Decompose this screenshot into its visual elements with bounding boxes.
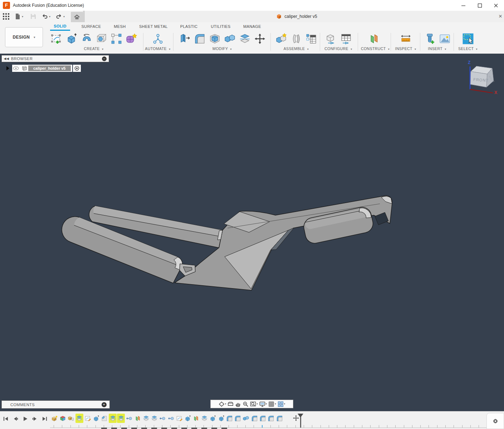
group-label[interactable]: CONSTRUCT ▾: [361, 46, 387, 51]
create-form-tool-button[interactable]: [124, 31, 138, 46]
browser-root-item[interactable]: caliper_holder v5: [6, 65, 81, 72]
minimize-panel-icon[interactable]: −: [102, 56, 107, 61]
configuration-table-tool-button[interactable]: [339, 31, 353, 46]
extrude-tool-button[interactable]: [64, 31, 78, 46]
timeline-feature-split[interactable]: [142, 414, 150, 423]
timeline-feature-extrude[interactable]: [184, 414, 192, 423]
timeline-feature-extrude[interactable]: [217, 414, 225, 423]
group-label[interactable]: INSERT ▾: [422, 46, 452, 51]
play-button[interactable]: [22, 416, 28, 422]
group-label[interactable]: ASSEMBLE ▾: [274, 46, 319, 51]
split-tool-button[interactable]: [238, 31, 252, 46]
timeline-feature-combine[interactable]: [242, 414, 250, 423]
display-settings-button[interactable]: ▾: [259, 401, 267, 407]
group-label[interactable]: SELECT ▾: [455, 46, 481, 51]
dropdown-caret-icon[interactable]: ▾: [256, 403, 258, 405]
activate-radio-icon[interactable]: [73, 65, 81, 72]
timeline-feature-sketch[interactable]: [84, 414, 92, 423]
look-at-button[interactable]: [227, 401, 234, 407]
tab-utilities[interactable]: UTILITIES: [210, 22, 232, 31]
dropdown-caret-icon[interactable]: ▾: [49, 15, 50, 18]
timeline-feature-construction-plane[interactable]: [192, 414, 200, 423]
timeline-feature-fillet[interactable]: [275, 414, 283, 423]
qat-save-button[interactable]: [30, 12, 36, 21]
tab-surface[interactable]: SURFACE: [79, 22, 103, 31]
orbit-button[interactable]: ▾: [219, 401, 226, 407]
insert-fastener-tool-button[interactable]: [422, 31, 437, 46]
group-label[interactable]: CREATE ▾: [49, 46, 139, 51]
comments-panel[interactable]: COMMENTS +: [1, 400, 110, 409]
fillet-tool-button[interactable]: [192, 31, 207, 46]
go-to-start-button[interactable]: [3, 416, 9, 422]
close-button[interactable]: [488, 0, 504, 11]
grid-snap-button[interactable]: ▾: [268, 401, 276, 407]
timeline-feature-fillet[interactable]: [225, 414, 233, 423]
tab-manage[interactable]: MANAGE: [241, 22, 263, 31]
timeline-feature-fillet[interactable]: [259, 414, 267, 423]
collapse-panel-icon[interactable]: ◀◀: [2, 57, 11, 60]
dropdown-caret-icon[interactable]: ▾: [284, 403, 285, 405]
timeline-feature-mesh-body[interactable]: [59, 414, 67, 423]
fit-button[interactable]: ▾: [250, 401, 258, 407]
group-label[interactable]: AUTOMATE ▾: [145, 46, 171, 51]
measure-tool-button[interactable]: [398, 31, 413, 46]
timeline-feature-split[interactable]: [75, 414, 83, 423]
timeline-feature-split[interactable]: [109, 414, 117, 423]
go-to-end-button[interactable]: [41, 416, 48, 422]
configuration-tool-button[interactable]: [324, 31, 338, 46]
tab-solid[interactable]: SOLID: [50, 22, 70, 31]
dropdown-caret-icon[interactable]: ▾: [22, 15, 23, 18]
timeline-feature-extrude[interactable]: [209, 414, 217, 423]
expand-arrow-icon[interactable]: [6, 66, 9, 70]
view-cube[interactable]: FRONT RIGHT Z X: [462, 58, 501, 97]
qat-home-button[interactable]: [71, 12, 83, 22]
dropdown-caret-icon[interactable]: ▾: [275, 403, 276, 405]
timeline-feature-fillet[interactable]: [234, 414, 242, 423]
rectangular-pattern-tool-button[interactable]: [109, 31, 123, 46]
tab-mesh[interactable]: MESH: [111, 22, 129, 31]
timeline-feature-convert-mesh[interactable]: [67, 414, 75, 423]
timeline-feature-fillet[interactable]: [250, 414, 258, 423]
viewport-canvas[interactable]: ◀◀ BROWSER − caliper_holder v5: [0, 54, 504, 411]
new-component-tool-button[interactable]: [274, 31, 288, 46]
shell-tool-button[interactable]: [207, 31, 222, 46]
dropdown-caret-icon[interactable]: ▾: [225, 403, 226, 405]
qat-file-button[interactable]: ▾: [14, 12, 23, 21]
construction-plane-tool-button[interactable]: [367, 31, 381, 46]
tab-plastic[interactable]: PLASTIC: [178, 22, 200, 31]
timeline-feature-fillet[interactable]: [267, 414, 275, 423]
automate-tool-button[interactable]: [151, 31, 165, 46]
timeline-feature-chamfer[interactable]: [101, 414, 108, 423]
decal-tool-button[interactable]: [437, 31, 452, 46]
dropdown-caret-icon[interactable]: ▾: [266, 403, 267, 405]
visibility-eye-icon[interactable]: [13, 66, 19, 71]
timeline-feature-extrude[interactable]: [92, 414, 100, 423]
hole-tool-button[interactable]: [94, 31, 108, 46]
timeline-feature-construction-plane[interactable]: [134, 414, 142, 423]
pan-button[interactable]: [235, 401, 241, 407]
timeline-feature-sketch[interactable]: [176, 414, 184, 423]
timeline-feature-split[interactable]: [200, 414, 208, 423]
gear-icon[interactable]: [493, 418, 498, 424]
document-tab[interactable]: caliper_holder v5 ✕: [85, 11, 504, 22]
select-tool-button[interactable]: [461, 31, 475, 46]
document-tab-close-icon[interactable]: ✕: [497, 13, 504, 20]
browser-panel-header[interactable]: ◀◀ BROWSER −: [1, 55, 109, 62]
group-label[interactable]: CONFIGURE ▾: [323, 46, 353, 51]
qat-app-grid-button[interactable]: [3, 12, 9, 21]
qat-redo-button[interactable]: ▾: [56, 12, 65, 21]
step-back-button[interactable]: [13, 416, 19, 422]
maximize-button[interactable]: [471, 0, 488, 11]
press-pull-tool-button[interactable]: [177, 31, 192, 46]
joint-tool-button[interactable]: [289, 31, 303, 46]
zoom-button[interactable]: [243, 401, 249, 407]
create-sketch-tool-button[interactable]: [49, 31, 63, 46]
revolve-tool-button[interactable]: [79, 31, 93, 46]
model-caliper-holder[interactable]: [0, 54, 504, 411]
add-comment-icon[interactable]: +: [102, 402, 107, 407]
group-label[interactable]: MODIFY ▾: [177, 46, 267, 51]
bom-tool-button[interactable]: [304, 31, 318, 46]
step-forward-button[interactable]: [32, 416, 38, 422]
timeline-feature-split[interactable]: [151, 414, 158, 423]
move-copy-tool-button[interactable]: [253, 31, 267, 46]
